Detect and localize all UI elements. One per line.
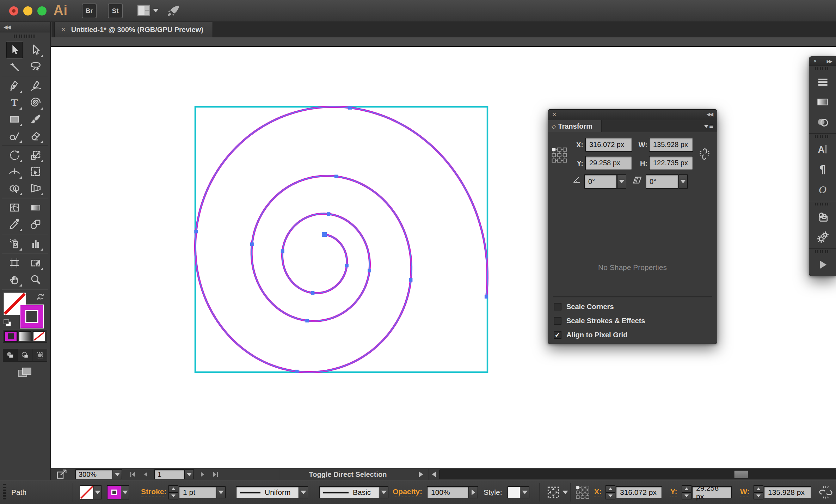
magic-wand-tool[interactable] (6, 58, 23, 75)
checkbox-box[interactable]: ✓ (554, 331, 561, 339)
anchor-point[interactable] (334, 175, 338, 178)
artboard-tool[interactable] (6, 254, 23, 271)
width-profile-dropdown[interactable] (299, 486, 308, 498)
panel-cycle-icon[interactable]: ◇ (552, 123, 556, 130)
zoom-window-button[interactable] (37, 6, 47, 16)
panel-close-icon[interactable]: × (552, 111, 556, 118)
w-input[interactable]: 135.928 px (764, 486, 811, 498)
none-button[interactable] (33, 331, 45, 341)
gpu-performance-button[interactable] (166, 5, 180, 17)
scale-tool[interactable] (27, 147, 44, 163)
previous-artboard-icon[interactable] (142, 471, 149, 478)
tools-panel-grip[interactable] (0, 32, 50, 40)
mesh-tool[interactable] (6, 199, 23, 216)
gradient-panel-button[interactable] (809, 92, 836, 112)
width-profile-select[interactable]: Uniform (236, 486, 299, 498)
change-screen-mode-button[interactable] (0, 366, 50, 380)
opentype-panel-button[interactable]: O (809, 179, 836, 199)
minimize-window-button[interactable] (23, 6, 32, 16)
selection-bounding-box[interactable] (195, 107, 487, 372)
shaper-tool[interactable] (6, 127, 23, 144)
draw-inside-button[interactable] (32, 349, 47, 361)
style-swatch[interactable] (508, 486, 520, 498)
anchor-point[interactable] (322, 232, 327, 237)
paragraph-panel-button[interactable]: ¶ (809, 159, 836, 179)
artboard-artwork[interactable] (51, 37, 836, 468)
dock-group-grip[interactable] (809, 134, 836, 139)
anchor-point[interactable] (348, 106, 352, 110)
last-artboard-icon[interactable] (211, 471, 219, 478)
anchor-point[interactable] (345, 264, 349, 267)
opacity-panel-link[interactable]: Opacity: (393, 487, 422, 497)
paintbrush-tool[interactable] (27, 111, 44, 127)
selection-tool[interactable] (6, 42, 23, 58)
default-fill-stroke-icon[interactable] (3, 319, 12, 327)
anchor-point[interactable] (250, 242, 254, 246)
zoom-tool[interactable] (27, 271, 44, 288)
eyedropper-tool[interactable] (6, 216, 23, 232)
checkbox-scale-strokes-effects[interactable]: Scale Strokes & Effects (554, 316, 645, 325)
anchor-point[interactable] (409, 278, 412, 282)
close-window-button[interactable] (9, 6, 18, 16)
document-tab[interactable]: × Untitled-1* @ 300% (RGB/GPU Preview) (54, 22, 213, 37)
curvature-tool[interactable] (27, 78, 44, 94)
character-panel-button[interactable]: A (809, 139, 836, 159)
status-tool-hint[interactable]: Toggle Direct Selection (280, 468, 416, 480)
transform-h-input[interactable]: 122.735 px (649, 156, 693, 170)
fill-color-dropdown[interactable] (94, 485, 102, 499)
stock-button[interactable]: St (108, 4, 123, 18)
tab-transform[interactable]: ◇ Transform (548, 120, 602, 132)
w-label[interactable]: W: (740, 487, 749, 497)
rotate-angle-input[interactable]: 0° (584, 174, 617, 189)
anchor-point[interactable] (281, 249, 284, 253)
draw-behind-button[interactable] (18, 349, 33, 361)
transform-panel-title-bar[interactable]: × ◀◀ (548, 110, 717, 120)
lasso-tool[interactable] (27, 58, 44, 75)
appearance-panel-button[interactable] (809, 207, 836, 227)
stroke-weight-stepper[interactable] (168, 480, 178, 504)
scrollbar-thumb[interactable] (734, 471, 748, 478)
stroke-color-swatch[interactable] (107, 485, 121, 499)
horizontal-scrollbar[interactable] (439, 469, 836, 479)
control-reference-point[interactable] (575, 480, 590, 504)
zoom-level-input[interactable]: 300% (75, 469, 113, 479)
dock-expand-icon[interactable]: ▶▶ (827, 59, 832, 64)
graphic-styles-panel-button[interactable] (809, 227, 836, 247)
anchor-point[interactable] (368, 269, 371, 272)
x-input[interactable]: 316.072 px (616, 486, 662, 498)
first-artboard-icon[interactable] (129, 471, 137, 478)
column-graph-tool[interactable] (27, 235, 44, 252)
tools-panel-collapse[interactable]: ◀◀ (0, 22, 50, 32)
panel-collapse-icon[interactable]: ◀◀ (706, 111, 713, 117)
checkbox-box[interactable] (554, 317, 561, 325)
stroke-color-dropdown[interactable] (121, 485, 129, 499)
dock-group-grip[interactable] (809, 249, 836, 254)
color-button[interactable] (5, 331, 17, 341)
anchor-point[interactable] (311, 291, 314, 295)
checkbox-scale-corners[interactable]: Scale Corners (554, 302, 614, 311)
constrain-wh-icon[interactable] (818, 480, 833, 504)
transparency-panel-button[interactable] (809, 112, 836, 132)
zoom-level-dropdown[interactable] (113, 469, 122, 479)
bridge-button[interactable]: Br (82, 4, 97, 18)
perspective-grid-tool[interactable] (27, 180, 44, 196)
direct-selection-tool[interactable] (27, 42, 44, 58)
anchor-point[interactable] (485, 295, 488, 299)
next-artboard-icon[interactable] (199, 471, 207, 478)
dock-close-icon[interactable]: × (813, 58, 817, 64)
brush-definition-select[interactable]: Basic (319, 486, 379, 498)
status-hint-expand-icon[interactable] (417, 468, 424, 480)
pen-tool[interactable] (6, 78, 23, 94)
free-transform-tool[interactable] (27, 163, 44, 180)
spiral-path[interactable] (195, 107, 487, 372)
y-label[interactable]: Y: (670, 487, 677, 497)
stroke-panel-button[interactable] (809, 72, 836, 92)
rotate-angle-dropdown[interactable] (617, 174, 626, 189)
rectangle-tool[interactable] (6, 111, 23, 127)
brush-definition-dropdown[interactable] (379, 486, 388, 498)
transform-options-control[interactable] (546, 480, 568, 504)
transform-x-input[interactable]: 316.072 px (585, 138, 632, 152)
width-tool[interactable] (6, 163, 23, 180)
actions-panel-button[interactable] (809, 254, 836, 275)
dock-title-bar[interactable]: × ▶▶ (809, 57, 836, 66)
